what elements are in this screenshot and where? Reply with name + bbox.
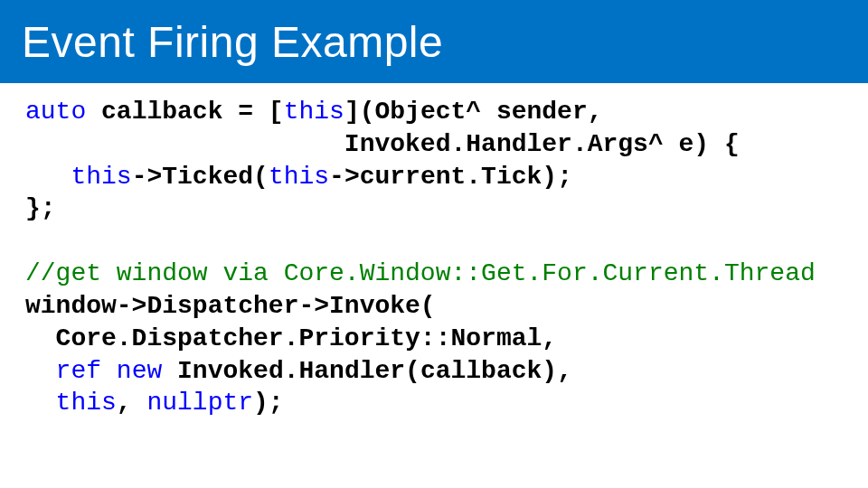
keyword-auto: auto [25,98,86,126]
keyword-nullptr: nullptr [146,389,253,417]
code-text [25,357,56,385]
code-block: auto callback = [this](Object^ sender, I… [0,83,868,419]
code-text: ](Object^ sender, [344,98,603,126]
code-text [25,163,71,191]
code-text: window->Dispatcher->Invoke( [25,292,436,320]
code-text: Core.Dispatcher.Priority::Normal, [25,324,557,352]
slide-title: Event Firing Example [22,17,443,67]
code-text [25,389,56,417]
keyword-this: this [284,98,344,126]
code-text: callback = [ [86,98,283,126]
code-text: ->current.Tick); [329,163,572,191]
keyword-this: this [71,163,131,191]
code-text [101,357,117,385]
keyword-ref: ref [56,357,101,385]
code-text: Invoked.Handler(callback), [162,357,572,385]
keyword-new: new [117,357,162,385]
code-text: }; [25,194,56,222]
code-comment: //get window via Core.Window::Get.For.Cu… [25,259,816,287]
code-text: ); [253,389,284,417]
code-text: , [117,389,147,417]
code-text: Invoked.Handler.Args^ e) { [25,130,740,158]
keyword-this: this [269,163,329,191]
keyword-this: this [56,389,117,417]
title-bar: Event Firing Example [0,0,868,83]
code-text: ->Ticked( [132,163,269,191]
